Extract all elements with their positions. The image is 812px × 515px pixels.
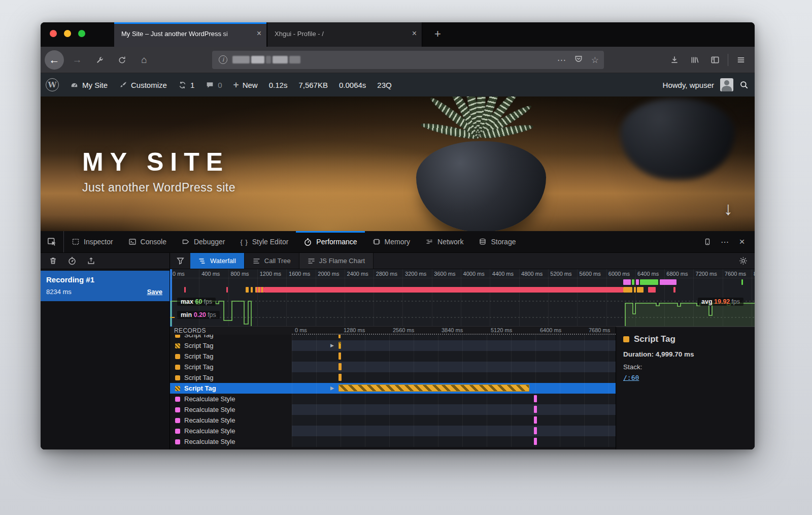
detail-stack-link[interactable]: /:60 (623, 374, 748, 381)
admin-my-site[interactable]: My Site (70, 81, 108, 89)
record-performance-icon[interactable] (67, 256, 77, 266)
downloads-icon[interactable] (667, 52, 682, 68)
recalculate-style-icon (175, 397, 180, 402)
tab-label: Console (141, 238, 166, 246)
records-rows: Script TagScript Tag▶Script TagScript Ta… (170, 335, 616, 447)
search-icon[interactable] (739, 80, 749, 89)
tab-inspector[interactable]: Inspector (64, 231, 121, 252)
sidebar-toggle-icon[interactable] (707, 52, 723, 68)
home-icon[interactable]: ⌂ (137, 53, 151, 67)
wordpress-logo-icon[interactable]: W (46, 78, 59, 91)
record-row[interactable]: Script Tag (170, 372, 616, 383)
customize-label: Customize (131, 81, 167, 89)
reload-icon[interactable] (115, 53, 129, 67)
axis-tick-label: 7680 ms (589, 327, 610, 333)
view-call-tree-button[interactable]: Call Tree (245, 253, 299, 269)
ruler-tick-label: 6400 ms (635, 271, 659, 277)
bookmark-star-icon[interactable]: ☆ (591, 55, 599, 66)
library-icon[interactable] (687, 52, 702, 68)
recalculate-style-icon (175, 429, 180, 434)
style-editor-icon: { } (240, 238, 248, 246)
records-list-viewport[interactable]: Script TagScript Tag▶Script TagScript Ta… (170, 335, 616, 449)
menu-icon[interactable] (733, 52, 749, 68)
records-header: RECORDS 0 ms1280 ms2560 ms3840 ms5120 ms… (170, 327, 616, 335)
tab-my-site[interactable]: My Site – Just another WordPress si × (114, 22, 266, 47)
record-bar (534, 427, 537, 434)
tab-style-editor[interactable]: { } Style Editor (232, 231, 296, 252)
record-label: Recalculate Style (184, 416, 235, 424)
admin-new[interactable]: + New (233, 79, 258, 90)
tab-xhgui[interactable]: Xhgui - Profile - / × (267, 22, 422, 47)
close-window-button[interactable] (50, 30, 57, 37)
tab-performance[interactable]: Performance (296, 231, 364, 252)
record-row[interactable]: Recalculate Style (170, 394, 616, 404)
wrench-icon[interactable] (92, 53, 107, 67)
page-actions-icon[interactable]: ⋯ (557, 55, 566, 66)
ruler-tick-label: 2400 ms (345, 271, 368, 277)
customize-brush-icon (119, 81, 127, 89)
tab-memory[interactable]: Memory (365, 231, 418, 252)
tab-close-icon[interactable]: × (257, 29, 261, 38)
navigation-toolbar: ← → ⌂ i ⋯ ☆ (41, 47, 755, 73)
back-button[interactable]: ← (45, 50, 64, 70)
axis-tick-label: 5120 ms (491, 327, 512, 333)
script-tag-icon (623, 336, 629, 342)
responsive-design-mode-icon[interactable] (700, 234, 715, 249)
tab-debugger[interactable]: Debugger (174, 231, 233, 252)
zoom-window-button[interactable] (78, 30, 85, 37)
devtools-close-icon[interactable]: × (734, 234, 750, 249)
admin-customize[interactable]: Customize (119, 81, 167, 89)
tab-console[interactable]: Console (121, 231, 174, 252)
pocket-icon[interactable] (574, 54, 583, 66)
new-tab-button[interactable]: + (434, 27, 441, 41)
filter-icon[interactable] (170, 253, 190, 269)
admin-comments[interactable]: 0 (206, 81, 222, 89)
clear-recordings-trash-icon[interactable] (49, 256, 57, 265)
overview-marker-green (632, 279, 634, 285)
recording-name: Recording #1 (46, 275, 94, 284)
view-waterfall-button[interactable]: Waterfall (190, 253, 245, 269)
record-row[interactable]: Script Tag (170, 362, 616, 372)
element-picker-icon[interactable] (41, 231, 64, 252)
record-row[interactable]: Script Tag (170, 351, 616, 362)
record-row[interactable]: Recalculate Style (170, 436, 616, 447)
record-row[interactable]: Recalculate Style (170, 415, 616, 426)
import-recording-icon[interactable] (87, 256, 95, 265)
ruler-tick-label: 6800 ms (664, 271, 688, 277)
record-label: Script Tag (184, 374, 214, 381)
recording-item[interactable]: Recording #1 8234 ms Save (41, 271, 170, 301)
devtools-menu-icon[interactable]: ⋯ (717, 234, 732, 249)
timeline-overview[interactable]: 0 ms400 ms800 ms1200 ms1600 ms2000 ms240… (170, 269, 755, 327)
expand-triangle-icon[interactable]: ▶ (330, 343, 334, 348)
howdy-account[interactable]: Howdy, wpuser (663, 81, 714, 89)
ruler-tick-label: 800 ms (228, 271, 249, 277)
avatar[interactable] (720, 78, 733, 91)
minimize-window-button[interactable] (64, 30, 71, 37)
plant-pot (416, 141, 546, 231)
record-row[interactable]: Script Tag (170, 335, 616, 340)
tab-storage[interactable]: Storage (471, 231, 523, 252)
record-row[interactable]: Recalculate Style (170, 426, 616, 436)
fps-min-label: min 0.20fps (177, 311, 220, 319)
site-info-icon[interactable]: i (219, 55, 227, 64)
scroll-down-arrow-icon[interactable]: ↓ (724, 198, 733, 219)
performance-settings-gear-icon[interactable] (739, 253, 755, 269)
admin-updates[interactable]: 1 (178, 81, 194, 89)
plant-leaf (475, 96, 487, 136)
detail-duration: Duration: 4,999.70 ms (623, 350, 748, 358)
record-row[interactable]: Script Tag▶ (170, 340, 616, 351)
view-js-flame-chart-button[interactable]: JS Flame Chart (299, 253, 374, 269)
tab-network[interactable]: Network (418, 231, 471, 252)
storage-database-icon (479, 238, 487, 246)
stat-query-count: 23Q (377, 81, 391, 89)
tab-close-icon[interactable]: × (412, 29, 417, 38)
network-icon (425, 238, 433, 246)
record-bar (534, 406, 537, 413)
url-bar[interactable]: i ⋯ ☆ (212, 51, 604, 69)
record-label: Script Tag (184, 363, 214, 371)
expand-triangle-icon[interactable]: ▶ (330, 385, 334, 391)
forward-button[interactable]: → (70, 53, 84, 67)
record-row[interactable]: Recalculate Style (170, 404, 616, 415)
recording-save-link[interactable]: Save (147, 288, 162, 296)
record-row[interactable]: Script Tag▶ (170, 383, 616, 394)
